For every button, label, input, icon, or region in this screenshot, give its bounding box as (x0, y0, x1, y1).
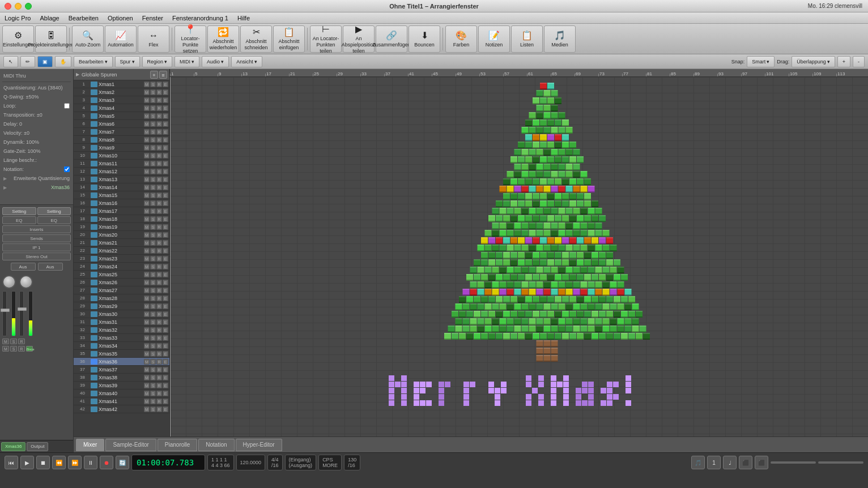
track-solo[interactable]: S (150, 224, 156, 230)
track-mute[interactable]: M (144, 296, 150, 301)
track-mute[interactable]: M (144, 192, 150, 198)
zoom-in[interactable]: + (837, 56, 850, 67)
track-rec[interactable]: R (156, 161, 162, 166)
track-solo[interactable]: S (150, 161, 156, 166)
track-solo[interactable]: S (150, 264, 156, 269)
track-opt[interactable]: E (163, 208, 168, 214)
timeline-ruler[interactable] (170, 69, 868, 77)
track-opt[interactable]: E (163, 185, 168, 190)
output-tab[interactable]: Output (27, 442, 48, 451)
track-row[interactable]: 8 Xmas8 M S R E (74, 136, 169, 144)
track-rec[interactable]: R (156, 192, 162, 198)
track-row[interactable]: 30 Xmas30 M S R E (74, 310, 169, 318)
track-opt[interactable]: E (163, 82, 168, 87)
track-row[interactable]: 9 Xmas9 M S R E (74, 144, 169, 152)
solo-btn-2[interactable]: S (10, 346, 17, 352)
flex-button[interactable]: ↔ Flex (138, 25, 169, 53)
track-opt[interactable]: E (163, 105, 168, 111)
go-to-start-button[interactable]: ⏮ (5, 456, 18, 469)
setting-btn-2[interactable]: Setting (37, 207, 71, 215)
track-row[interactable]: 26 Xmas26 M S R E (74, 279, 169, 286)
track-opt[interactable]: E (163, 319, 168, 325)
region-dropdown[interactable]: Region ▾ (142, 56, 173, 67)
track-opt[interactable]: E (163, 216, 168, 222)
track-mute[interactable]: M (144, 264, 150, 269)
rec-btn[interactable]: R (18, 339, 25, 344)
track-solo[interactable]: S (150, 137, 156, 143)
track-rec[interactable]: R (156, 399, 162, 404)
track-rec[interactable]: R (156, 177, 162, 182)
midi-out-btn[interactable]: ⬛ (755, 456, 768, 469)
ansicht-dropdown[interactable]: Ansicht ▾ (231, 56, 262, 67)
track-solo[interactable]: S (150, 288, 156, 293)
track-solo[interactable]: S (150, 280, 156, 285)
abschnitt-einfuegen-button[interactable]: 📋 Abschnitt einfügen (273, 25, 305, 53)
track-mute[interactable]: M (144, 359, 150, 365)
track-opt[interactable]: E (163, 240, 168, 246)
track-rec[interactable]: R (156, 264, 162, 269)
track-solo[interactable]: S (150, 303, 156, 309)
track-solo[interactable]: S (150, 232, 156, 238)
track-row[interactable]: 4 Xmas4 M S R E (74, 104, 169, 112)
cursor-tool[interactable]: ↖ (3, 56, 18, 67)
count-in-btn[interactable]: 1 (707, 456, 721, 469)
track-row[interactable]: 15 Xmas15 M S R E (74, 191, 169, 199)
track-row[interactable]: 28 Xmas28 M S R E (74, 294, 169, 302)
track-opt[interactable]: E (163, 224, 168, 230)
loop-checkbox[interactable] (64, 103, 70, 109)
track-mute[interactable]: M (144, 272, 150, 277)
snap-dropdown[interactable]: Smart ▾ (747, 56, 775, 67)
track-row[interactable]: 23 Xmas23 M S R E (74, 255, 169, 263)
track-mute[interactable]: M (144, 224, 150, 230)
rec-btn-2[interactable]: R (18, 346, 25, 352)
track-opt[interactable]: E (163, 129, 168, 135)
menu-item-fenster[interactable]: Fenster (142, 15, 163, 22)
bouncen-button[interactable]: ⬇ Bouncen (409, 25, 440, 53)
track-solo[interactable]: S (150, 121, 156, 127)
track-rec[interactable]: R (156, 216, 162, 222)
eq-btn-1[interactable]: EQ (2, 216, 36, 224)
tab-pianorolle[interactable]: Pianorolle (158, 439, 197, 451)
listen-button[interactable]: 📋 Listen (511, 25, 543, 53)
play-button[interactable]: ▶ (20, 456, 34, 469)
track-opt[interactable]: E (163, 383, 168, 388)
pan-knob-left[interactable] (2, 275, 16, 289)
smart-tempo-btn[interactable]: ♩ (723, 456, 737, 469)
track-mute[interactable]: M (144, 177, 150, 182)
track-solo[interactable]: S (150, 351, 156, 357)
track-rec[interactable]: R (156, 359, 162, 365)
midi-dropdown[interactable]: MIDI ▾ (175, 56, 199, 67)
track-rec[interactable]: R (156, 303, 162, 309)
track-rec[interactable]: R (156, 121, 162, 127)
track-options-btn[interactable]: ≡ (159, 71, 167, 79)
track-row[interactable]: 12 Xmas12 M S R E (74, 168, 169, 175)
metronome-btn[interactable]: 🎵 (691, 456, 705, 469)
track-rec[interactable]: R (156, 280, 162, 285)
track-rec[interactable]: R (156, 406, 162, 412)
track-solo[interactable]: S (150, 208, 156, 214)
track-mute[interactable]: M (144, 256, 150, 262)
fader-left[interactable] (2, 291, 7, 336)
track-opt[interactable]: E (163, 296, 168, 301)
aus-btn-2[interactable]: Aus (38, 263, 63, 271)
track-solo[interactable]: S (150, 192, 156, 198)
track-rec[interactable]: R (156, 105, 162, 111)
tempo-display[interactable]: 120.0000 (236, 455, 266, 470)
track-solo[interactable]: S (150, 129, 156, 135)
track-mute[interactable]: M (144, 248, 150, 254)
track-rec[interactable]: R (156, 137, 162, 143)
drag-dropdown[interactable]: Überlappung ▾ (792, 56, 835, 67)
rewind-button[interactable]: ⏪ (52, 456, 66, 469)
track-opt[interactable]: E (163, 391, 168, 396)
track-solo[interactable]: S (150, 343, 156, 349)
track-solo[interactable]: S (150, 169, 156, 174)
spur-dropdown[interactable]: Spur ▾ (115, 56, 140, 67)
track-rec[interactable]: R (156, 327, 162, 333)
track-rec[interactable]: R (156, 311, 162, 317)
track-mute[interactable]: M (144, 383, 150, 388)
track-opt[interactable]: E (163, 375, 168, 380)
track-row[interactable]: 33 Xmas33 M S R E (74, 334, 169, 342)
track-solo[interactable]: S (150, 240, 156, 246)
fader-right[interactable] (19, 291, 24, 336)
track-rec[interactable]: R (156, 383, 162, 388)
